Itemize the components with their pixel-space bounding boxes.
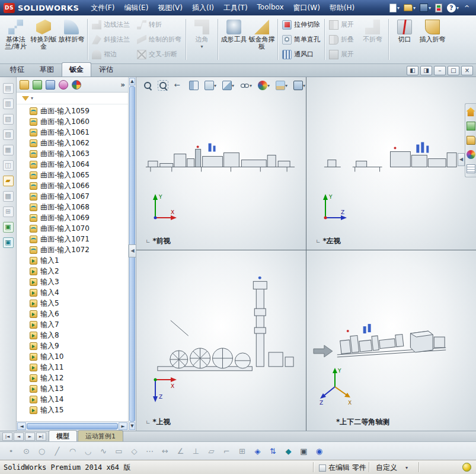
point-icon[interactable]: ⋯	[143, 445, 156, 457]
mirror-icon[interactable]: ↔	[159, 445, 171, 457]
tree-item[interactable]: 曲面-输入1063	[30, 148, 128, 159]
quick-tips-icon[interactable]	[462, 463, 471, 472]
menu-item[interactable]: Toolbox	[253, 0, 289, 16]
propertymanager-tab-icon[interactable]	[33, 80, 42, 90]
tree-item[interactable]: 输入3	[30, 276, 128, 287]
left-tool-icon[interactable]: ▧	[3, 114, 14, 125]
left-viewport[interactable]: Y Z ∟ *左视	[306, 77, 476, 250]
titlebar-tool[interactable]: ▾	[447, 4, 459, 12]
scroll-next-button[interactable]: ►	[25, 432, 35, 441]
zoom-fit-icon[interactable]	[141, 79, 154, 91]
circle-icon[interactable]: ○	[36, 445, 48, 457]
menu-item[interactable]: 工具(T)	[219, 0, 253, 16]
overflow-chevron[interactable]: »	[120, 81, 125, 89]
updown-arrows-icon[interactable]: ⇅	[267, 445, 279, 457]
menu-item[interactable]: 文件(F)	[86, 0, 119, 16]
line-icon[interactable]: ╱	[51, 445, 63, 457]
cross-break-button[interactable]: 交叉-折断	[135, 47, 180, 62]
scroll-last-button[interactable]: ►|	[36, 432, 46, 441]
isometric-viewport[interactable]: Y Z X *上下二等角轴测	[306, 250, 476, 431]
viewport-pane-left-button[interactable]: ◧	[407, 66, 419, 75]
parallelogram-icon[interactable]: ▱	[205, 445, 218, 457]
left-tool-icon[interactable]: ▣	[3, 222, 14, 233]
convert-to-sheetmetal-button[interactable]: 转换到钣金	[30, 17, 57, 51]
hem-button[interactable]: 褶边	[90, 47, 119, 62]
tree-item[interactable]: 输入2	[30, 266, 128, 276]
unfold-button[interactable]: 展开	[327, 17, 356, 32]
titlebar-tool[interactable]: ▾	[420, 4, 431, 12]
ellipse-icon[interactable]: ◠	[66, 445, 79, 457]
select-icon[interactable]: •	[5, 445, 17, 457]
tree-item[interactable]: 曲面-输入1061	[30, 127, 128, 138]
tab-sheet-metal[interactable]: 钣金	[62, 62, 91, 77]
file-explorer-icon[interactable]	[467, 136, 475, 145]
perpendicular-icon[interactable]: ⊥	[190, 445, 202, 457]
arc-icon[interactable]: ◡	[82, 445, 94, 457]
menu-item[interactable]: 插入(I)	[187, 0, 219, 16]
tree-item[interactable]: 输入7	[30, 319, 128, 330]
zoom-area-icon[interactable]	[156, 79, 170, 91]
hide-show-items-icon[interactable]: ▾	[238, 79, 254, 91]
display-style-icon[interactable]: ▾	[221, 79, 236, 91]
tree-item[interactable]: 输入5	[30, 298, 128, 308]
menu-item[interactable]: 帮助(H)	[325, 0, 359, 16]
tree-item[interactable]: 曲面-输入1071	[30, 234, 128, 244]
top-viewport[interactable]: X Z ∟ *上视	[136, 250, 306, 431]
base-flange-button[interactable]: 基体法兰/薄片	[2, 17, 30, 51]
edge-flange-button[interactable]: 边线法兰	[90, 17, 132, 32]
custom-properties-icon[interactable]	[467, 164, 475, 173]
viewport-pane-right-button[interactable]: ◨	[420, 66, 432, 75]
edit-appearance-icon[interactable]: ▾	[256, 79, 271, 91]
forming-tool-button[interactable]: 成形工具	[220, 17, 248, 44]
smart-dimension-icon[interactable]: ⊙	[20, 445, 33, 457]
vent-button[interactable]: 通风口	[280, 47, 316, 62]
titlebar-tool[interactable]	[463, 4, 471, 12]
scroll-left-button[interactable]: ◄	[17, 422, 26, 430]
scroll-down-button[interactable]: ▼	[129, 422, 135, 430]
isometric-cube-icon[interactable]: ◈	[251, 445, 264, 457]
scroll-first-button[interactable]: |◄	[2, 432, 12, 441]
displaymanager-tab-icon[interactable]	[72, 80, 81, 90]
appearances-icon[interactable]	[467, 150, 475, 159]
tree-item[interactable]: 曲面-输入1070	[30, 223, 128, 234]
spline-icon[interactable]: ∿	[97, 445, 110, 457]
tree-item[interactable]: 曲面-输入1065	[30, 170, 128, 180]
corner-button[interactable]: 边角 ▾	[188, 17, 216, 51]
tree-item[interactable]: 曲面-输入1059	[30, 106, 128, 116]
panel-collapse-arrow[interactable]: ◀	[129, 244, 136, 257]
tab-model[interactable]: 模型	[49, 430, 77, 441]
fold-button[interactable]: 折叠	[327, 32, 356, 47]
tree-item[interactable]: 输入11	[30, 362, 128, 373]
no-bends-button[interactable]: 不折弯	[359, 17, 386, 44]
menu-item[interactable]: 编辑(E)	[119, 0, 153, 16]
shaded-view-icon[interactable]: ◆	[282, 445, 295, 457]
flatten-button[interactable]: 展开	[327, 47, 356, 62]
apply-scene-icon[interactable]: ▾	[274, 79, 289, 91]
tree-item[interactable]: 曲面-输入1072	[30, 244, 128, 255]
tree-item[interactable]: 曲面-输入1068	[30, 202, 128, 212]
rectangle-icon[interactable]: ▭	[113, 445, 125, 457]
angle-icon[interactable]: ∠	[174, 445, 187, 457]
tab-motion-study-1[interactable]: 运动算例1	[78, 430, 123, 441]
polygon-icon[interactable]: ◇	[128, 445, 140, 457]
task-pane-expand-arrow[interactable]: ◀	[458, 153, 465, 166]
section-view-icon[interactable]	[187, 79, 200, 91]
tree-item[interactable]: 曲面-输入1067	[30, 191, 128, 202]
titlebar-tool[interactable]: ▾	[404, 4, 416, 11]
titlebar-tool[interactable]: ▾	[389, 4, 400, 12]
close-button[interactable]: ×	[461, 66, 473, 75]
left-tool-icon[interactable]: ▩	[3, 191, 14, 202]
tab-features[interactable]: 特征	[2, 62, 32, 77]
tree-item[interactable]: 输入10	[30, 351, 128, 362]
configurationmanager-tab-icon[interactable]	[46, 80, 55, 90]
tree-item[interactable]: 输入15	[30, 405, 128, 415]
left-tool-icon[interactable]: ▣	[3, 237, 14, 248]
left-tool-icon[interactable]: ▤	[3, 83, 14, 94]
tree-item[interactable]: 输入6	[30, 308, 128, 319]
left-tool-icon[interactable]: ▦	[3, 145, 14, 155]
view-orientation-icon[interactable]: ▾	[203, 79, 218, 91]
left-tool-icon[interactable]: ▨	[3, 129, 14, 140]
tree-item[interactable]: 曲面-输入1064	[30, 159, 128, 170]
insert-bends-button[interactable]: 插入折弯	[419, 17, 446, 44]
tab-sketch[interactable]: 草图	[32, 62, 62, 77]
